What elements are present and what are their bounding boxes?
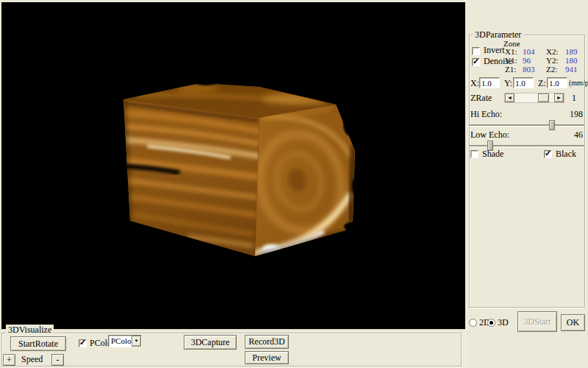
denoise-checkbox[interactable]: ✓ (472, 58, 480, 66)
zone-x1-value: 104 (523, 48, 546, 56)
pcolor-dropdown-value: PColor (111, 336, 134, 345)
zone-z2-value: 941 (565, 66, 587, 74)
zone-y2-value: 180 (565, 57, 587, 65)
low-echo-label: Low Echo: (470, 130, 509, 141)
scroll-left-icon: ◄ (507, 95, 512, 101)
hi-echo-value: 198 (559, 109, 583, 120)
speed-label: Speed (21, 354, 43, 365)
scale-x-input[interactable] (479, 77, 500, 88)
visualize-group-title: 3DVisualize (6, 325, 54, 336)
low-echo-value: 46 (559, 130, 583, 141)
ok-button[interactable]: OK (561, 314, 585, 331)
scroll-right-icon: ► (556, 95, 562, 101)
mode-3d-radio[interactable] (487, 319, 495, 327)
shade-label: Shade (482, 149, 503, 160)
preview-button[interactable]: Preview (245, 351, 289, 364)
parameter-groupbox (469, 35, 585, 308)
pcolor-dropdown[interactable]: PColor ▼ (108, 335, 142, 347)
zone-z2-label: Z2: (546, 66, 565, 74)
speed-minus-button[interactable]: - (51, 354, 64, 366)
zone-y1-value: 96 (523, 57, 546, 65)
invert-label: Invert (484, 45, 505, 56)
zone-x2-label: X2: (546, 48, 565, 56)
scale-z-input[interactable] (547, 77, 567, 88)
zrate-label: ZRate (470, 93, 492, 104)
start-rotate-button[interactable]: StartRotate (10, 336, 66, 351)
hi-echo-slider-track[interactable] (469, 124, 584, 126)
scale-y-input[interactable] (513, 77, 534, 88)
low-echo-slider-track[interactable] (469, 145, 584, 146)
pcolor-checkbox[interactable]: ✓ (79, 339, 87, 347)
mode-3d-label: 3D (498, 317, 509, 328)
zone-y2-label: Y2: (546, 57, 565, 65)
dropdown-arrow-button[interactable]: ▼ (132, 336, 141, 347)
zrate-scroll-right-button[interactable]: ► (554, 93, 564, 102)
zrate-scrollbar-thumb[interactable] (538, 93, 549, 102)
zrate-scroll-left-button[interactable]: ◄ (505, 93, 514, 102)
check-icon: ✓ (473, 57, 479, 66)
check-icon: ✓ (545, 149, 551, 158)
scale-unit-label: (mm/p) (569, 79, 588, 87)
mode-2d-radio[interactable] (469, 319, 477, 327)
black-checkbox[interactable]: ✓ (544, 150, 552, 158)
chevron-down-icon: ▼ (135, 339, 139, 343)
scale-z-label: Z: (538, 78, 546, 89)
zone-grid: X1: 104 X2: 189 Y1: 96 Y2: 180 Z1: 803 Z… (505, 48, 587, 74)
zrate-scrollbar[interactable]: ◄ ► (504, 93, 564, 103)
zone-z1-value: 803 (523, 66, 546, 74)
shade-checkbox[interactable] (470, 150, 478, 158)
start3d-button[interactable]: 3DStart (517, 311, 557, 332)
zone-x1-label: X1: (505, 48, 523, 56)
scale-y-label: Y: (504, 78, 512, 89)
zone-z1-label: Z1: (505, 66, 523, 74)
hi-echo-slider-thumb[interactable] (549, 120, 555, 130)
check-icon: ✓ (79, 338, 86, 347)
3d-volume-render (108, 72, 365, 271)
zrate-value: 1 (572, 93, 576, 104)
scale-x-label: X: (470, 78, 479, 89)
speed-plus-button[interactable]: + (3, 354, 15, 366)
parameter-group-title: 3DParameter (473, 29, 523, 40)
zone-x2-value: 189 (565, 48, 587, 56)
black-label: Black (556, 149, 576, 160)
hi-echo-label: Hi Echo: (470, 109, 502, 120)
capture-button[interactable]: 3DCapture (184, 335, 237, 350)
record-button[interactable]: Record3D (245, 335, 289, 349)
zone-y1-label: Y1: (505, 57, 523, 65)
radio-dot-icon (490, 321, 493, 325)
render-viewport[interactable] (1, 2, 465, 329)
invert-checkbox[interactable] (472, 47, 480, 55)
